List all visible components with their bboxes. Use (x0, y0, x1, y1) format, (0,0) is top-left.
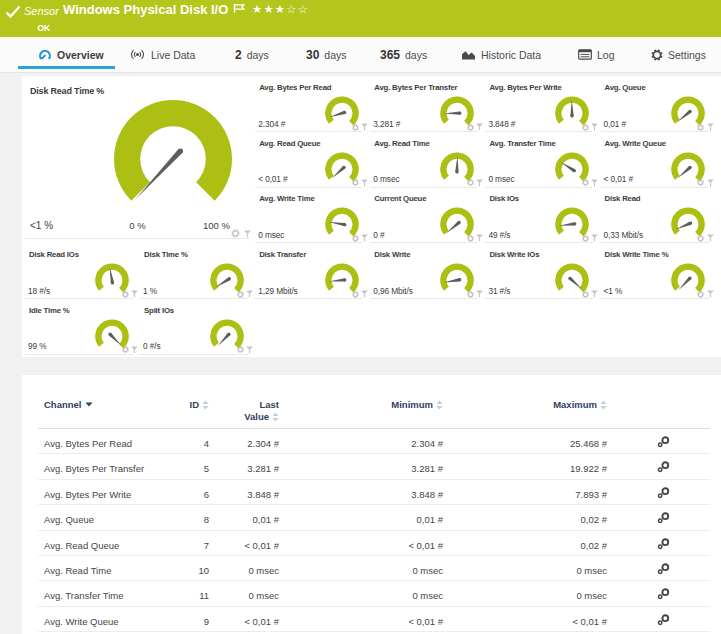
gauge-actions[interactable] (697, 123, 714, 131)
gauge-actions[interactable] (697, 179, 714, 187)
channel-settings-icon[interactable] (657, 588, 670, 600)
pin-icon[interactable] (246, 346, 253, 354)
tab-historic-data[interactable]: Historic Data (461, 37, 541, 72)
gauge-actions[interactable] (237, 346, 254, 354)
channel-settings-icon[interactable] (657, 614, 670, 626)
gear-icon[interactable] (582, 235, 589, 242)
table-row[interactable]: Avg. Read Queue7< 0,01 #< 0,01 #0,02 # (38, 531, 710, 556)
gauge-actions[interactable] (352, 290, 369, 298)
gear-icon[interactable] (237, 346, 244, 353)
gear-icon[interactable] (352, 179, 359, 186)
column-header-maximum[interactable]: Maximum (553, 399, 607, 410)
gauge-value: 0 #/s (143, 341, 161, 352)
column-header-id[interactable]: ID (190, 399, 210, 410)
gear-icon[interactable] (467, 235, 474, 242)
gauge-value: 49 #/s (488, 230, 510, 241)
gauge-actions[interactable] (697, 290, 714, 298)
tab-2-days[interactable]: 2 days (235, 37, 269, 72)
gear-icon[interactable] (122, 346, 129, 353)
pin-icon[interactable] (707, 234, 714, 242)
gear-icon[interactable] (231, 229, 240, 238)
column-header-last-value[interactable]: Last Value (244, 399, 279, 423)
main-gauge-scale-min: 0 % (129, 220, 145, 231)
gear-icon[interactable] (352, 235, 359, 242)
table-row[interactable]: Avg. Queue80,01 #0,01 #0,02 # (38, 505, 710, 530)
gauge-actions[interactable] (237, 290, 254, 298)
sort-icon (272, 412, 279, 422)
gauge-cell: Disk Time %1 % (137, 243, 252, 299)
channel-settings-icon[interactable] (657, 563, 670, 575)
priority-stars[interactable]: ★★★☆☆ (252, 2, 309, 16)
tab-30-days[interactable]: 30 days (306, 37, 347, 72)
gear-icon[interactable] (697, 235, 704, 242)
pin-icon[interactable] (707, 290, 714, 298)
log-icon (578, 49, 592, 60)
gauge-actions[interactable] (697, 234, 714, 242)
gauge-actions[interactable] (467, 179, 484, 187)
gear-icon[interactable] (582, 124, 589, 131)
gauge-actions[interactable] (582, 290, 599, 298)
tab-live-data[interactable]: Live Data (129, 37, 195, 72)
channel-settings-icon[interactable] (657, 436, 670, 448)
gear-icon[interactable] (467, 291, 474, 298)
pin-icon[interactable] (244, 230, 251, 238)
flag-icon[interactable] (233, 3, 246, 16)
tab-365-days[interactable]: 365 days (380, 37, 427, 72)
page-title: Windows Physical Disk I/O (63, 2, 228, 18)
gauge-value: < 0,01 # (258, 174, 287, 185)
gauge-cell: Avg. Transfer Time0 msec (482, 132, 597, 188)
gear-icon[interactable] (352, 124, 359, 131)
gauge-label: Disk IOs (489, 194, 519, 203)
gear-icon[interactable] (237, 291, 244, 298)
sort-desc-icon (85, 402, 93, 407)
gauge-actions[interactable] (122, 346, 139, 354)
tab-log[interactable]: Log (578, 37, 615, 72)
gauge-cell: Avg. Write Time0 msec (252, 187, 367, 243)
main-gauge-actions[interactable] (231, 229, 251, 238)
gauge-value: 1 % (143, 286, 157, 297)
gauge-actions[interactable] (352, 179, 369, 187)
gauge-cell: Avg. Read Time0 msec (367, 132, 482, 188)
channel-settings-icon[interactable] (657, 512, 670, 524)
gauge-actions[interactable] (582, 179, 599, 187)
channel-settings-icon[interactable] (657, 461, 670, 473)
table-row[interactable]: Avg. Read Time100 msec0 msec0 msec (38, 556, 710, 581)
gauge-actions[interactable] (467, 290, 484, 298)
gear-icon[interactable] (467, 179, 474, 186)
gauge-actions[interactable] (582, 234, 599, 242)
gear-icon (651, 49, 663, 61)
gauge-value: 0 msec (258, 230, 284, 241)
gear-icon[interactable] (697, 291, 704, 298)
gauge-label: Avg. Bytes Per Read (259, 83, 331, 92)
channel-settings-icon[interactable] (657, 538, 670, 550)
channel-settings-icon[interactable] (657, 487, 670, 499)
table-row[interactable]: Avg. Bytes Per Transfer53.281 #3.281 #19… (38, 454, 710, 479)
gear-icon[interactable] (582, 291, 589, 298)
column-header-channel[interactable]: Channel (44, 399, 93, 410)
gauge-actions[interactable] (122, 290, 139, 298)
tab-settings[interactable]: Settings (651, 37, 706, 72)
pin-icon[interactable] (707, 179, 714, 187)
gear-icon[interactable] (697, 179, 704, 186)
column-header-minimum[interactable]: Minimum (391, 399, 443, 410)
gear-icon[interactable] (352, 291, 359, 298)
table-row[interactable]: Avg. Bytes Per Write63.848 #3.848 #7.893… (38, 480, 710, 505)
gear-icon[interactable] (697, 124, 704, 131)
gauge-actions[interactable] (352, 123, 369, 131)
gauge-value: 0 msec (488, 174, 514, 185)
gauge-actions[interactable] (467, 123, 484, 131)
table-row[interactable]: Avg. Write Queue9< 0,01 #< 0,01 #< 0,01 … (38, 607, 710, 632)
gear-icon[interactable] (582, 179, 589, 186)
gauge-cell: Disk Write0,96 Mbit/s (367, 243, 482, 299)
table-row[interactable]: Avg. Bytes Per Read42.304 #2.304 #25.468… (38, 429, 710, 454)
gear-icon[interactable] (122, 291, 129, 298)
gear-icon[interactable] (467, 124, 474, 131)
gauge-actions[interactable] (352, 234, 369, 242)
gauge-label: Avg. Read Queue (259, 139, 320, 148)
gauge-actions[interactable] (467, 234, 484, 242)
table-row[interactable]: Avg. Transfer Time110 msec0 msec0 msec (38, 581, 710, 606)
pin-icon[interactable] (707, 123, 714, 131)
main-gauge-value: <1 % (30, 220, 53, 231)
gauge-actions[interactable] (582, 123, 599, 131)
historic-chart-icon (461, 49, 476, 61)
